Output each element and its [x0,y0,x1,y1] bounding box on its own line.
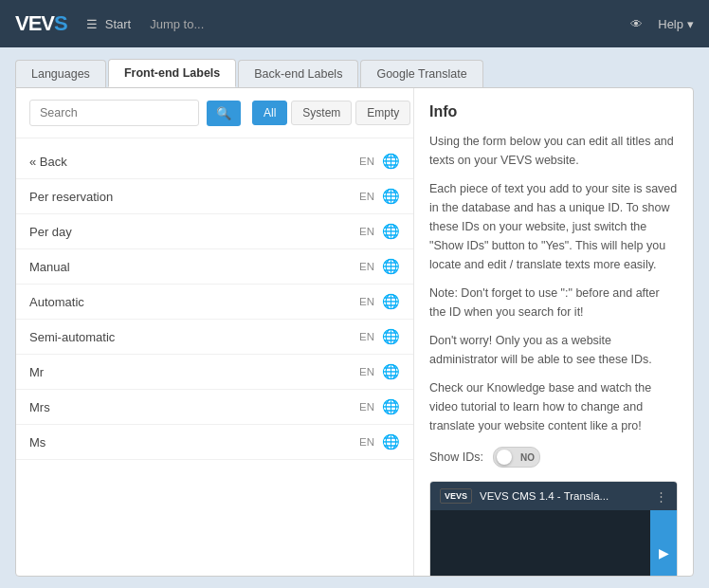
label-text: Mrs [29,400,359,414]
info-title: Info [429,103,678,120]
info-paragraph-3: Note: Don't forget to use ":" before and… [429,284,678,322]
tabs: Languages Front-end Labels Back-end Labe… [15,59,694,87]
lang-badge: EN [359,366,374,377]
filter-all-button[interactable]: All [252,101,287,125]
logo-text: VEV [15,11,54,36]
info-paragraph-1: Using the form below you can edit all ti… [429,132,678,170]
filter-empty-button[interactable]: Empty [355,101,410,125]
info-paragraph-5: Check our Knowledge base and watch the v… [429,378,678,435]
list-item[interactable]: « Back EN 🌐 [16,144,413,179]
chevron-down-icon: ▾ [687,17,694,31]
card-inner: 🔍 All System Empty « Back EN 🌐 [16,88,693,576]
list-item[interactable]: Mrs EN 🌐 [16,390,413,425]
label-text: Per reservation [29,190,359,204]
lang-badge: EN [359,261,374,272]
show-ids-row: Show IDs: NO [429,447,678,468]
header: VEVS ☰ Start Jump to... 👁 Help ▾ [0,0,709,47]
label-text: Manual [29,260,359,274]
filter-system-button[interactable]: System [291,101,352,125]
eye-icon[interactable]: 👁 [630,17,643,31]
header-right: 👁 Help ▾ [630,17,694,31]
logo-accent: S [54,11,67,36]
tab-backend-labels[interactable]: Back-end Labels [238,60,358,87]
lang-badge: EN [359,191,374,202]
list-item[interactable]: Automatic EN 🌐 [16,285,413,320]
translate-icon[interactable]: 🌐 [382,363,400,380]
video-title: VEVS CMS 1.4 - Transla... [480,490,647,502]
video-menu-icon[interactable]: ⋮ [655,489,667,504]
tab-languages[interactable]: Languages [15,60,106,87]
lang-badge: EN [359,156,374,167]
info-paragraph-2: Each piece of text you add to your site … [429,179,678,274]
lang-badge: EN [359,401,374,413]
jump-to-input: Jump to... [142,17,619,31]
label-text: Ms [29,435,359,450]
label-text: « Back [29,155,359,169]
start-label: Start [105,17,131,31]
help-button[interactable]: Help ▾ [658,17,694,31]
search-input[interactable] [29,100,199,126]
label-list: « Back EN 🌐 Per reservation EN 🌐 Per day… [16,138,413,576]
show-ids-toggle[interactable]: NO [493,447,540,468]
tab-frontend-labels[interactable]: Front-end Labels [108,59,236,87]
video-thumbnail[interactable]: VEVS VEVS CMS 1.4 - Transla... ⋮ ▶ Trans… [429,481,678,576]
help-label: Help [658,17,683,31]
right-panel: Info Using the form below you can edit a… [414,88,693,576]
toggle-label: NO [520,452,535,463]
show-ids-label: Show IDs: [429,450,483,464]
list-item[interactable]: Per day EN 🌐 [16,214,413,249]
video-header: VEVS VEVS CMS 1.4 - Transla... ⋮ [430,482,677,510]
list-item[interactable]: Per reservation EN 🌐 [16,179,413,214]
label-text: Semi-automatic [29,330,359,344]
translate-icon[interactable]: 🌐 [382,223,400,240]
translate-icon[interactable]: 🌐 [382,398,400,415]
list-item[interactable]: Ms EN 🌐 [16,425,413,460]
translate-icon[interactable]: 🌐 [382,188,400,205]
translate-icon[interactable]: 🌐 [382,433,400,450]
start-nav[interactable]: ☰ Start [86,17,131,31]
translate-icon[interactable]: 🌐 [382,258,400,275]
lang-badge: EN [359,331,374,342]
card: 🔍 All System Empty « Back EN 🌐 [15,87,694,577]
info-paragraph-4: Don't worry! Only you as a website admin… [429,331,678,369]
left-panel: 🔍 All System Empty « Back EN 🌐 [16,88,414,576]
search-bar: 🔍 All System Empty [16,88,413,138]
video-body: ▶ [430,510,677,576]
logo: VEVS [15,11,67,36]
menu-icon: ☰ [86,17,98,31]
list-item[interactable]: Mr EN 🌐 [16,355,413,390]
list-item[interactable]: Manual EN 🌐 [16,249,413,285]
lang-badge: EN [359,296,374,307]
play-icon[interactable]: ▶ [650,510,677,576]
translate-icon[interactable]: 🌐 [382,153,400,170]
label-text: Automatic [29,295,359,309]
translate-icon[interactable]: 🌐 [382,328,400,345]
toggle-knob [497,450,512,465]
lang-badge: EN [359,436,374,448]
list-item[interactable]: Semi-automatic EN 🌐 [16,320,413,355]
filter-buttons: All System Empty [252,101,410,125]
label-text: Mr [29,365,359,379]
translate-icon[interactable]: 🌐 [382,293,400,310]
tab-google-translate[interactable]: Google Translate [360,60,482,87]
video-logo: VEVS [440,488,472,504]
lang-badge: EN [359,226,374,237]
main-content: Languages Front-end Labels Back-end Labe… [0,47,709,588]
label-text: Per day [29,225,359,239]
search-button[interactable]: 🔍 [207,101,241,126]
